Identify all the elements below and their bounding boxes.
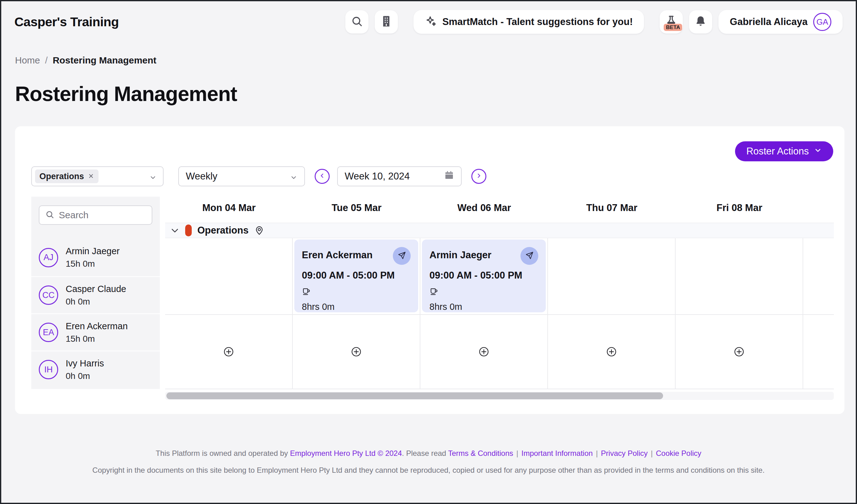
shift-cell-tue: Eren Ackerman 09:00 AM - 05:00 PM xyxy=(293,238,420,314)
roster-actions-button[interactable]: Roster Actions xyxy=(735,141,833,161)
view-mode-select[interactable]: Weekly xyxy=(178,166,305,186)
published-send-badge xyxy=(393,247,411,265)
search-icon xyxy=(45,210,54,221)
filter-toolbar: Operations Weekly xyxy=(31,166,486,186)
shift-row: Eren Ackerman 09:00 AM - 05:00 PM xyxy=(165,238,834,315)
company-switcher-button[interactable] xyxy=(375,10,398,33)
employee-search[interactable] xyxy=(39,205,152,225)
breadcrumb-current: Rostering Management xyxy=(53,55,156,66)
add-shift-cell-wed xyxy=(420,315,548,389)
breadcrumb-separator: / xyxy=(45,55,48,66)
chevron-down-icon xyxy=(814,146,822,157)
user-menu-button[interactable]: Gabriella Alicaya GA xyxy=(719,10,843,34)
add-shift-button[interactable] xyxy=(478,346,490,358)
shift-time: 09:00 AM - 05:00 PM xyxy=(302,270,411,281)
footer-legal-line: This Platform is owned and operated by E… xyxy=(1,449,856,458)
published-send-badge xyxy=(520,247,538,265)
shift-cell-overflow xyxy=(803,238,834,314)
break-coffee-icon xyxy=(430,281,538,297)
day-header-row: Mon 04 Mar Tue 05 Mar Wed 06 Mar Thu 07 … xyxy=(165,197,834,223)
shift-cell-wed: Armin Jaeger 09:00 AM - 05:00 PM xyxy=(420,238,548,314)
chevron-down-icon xyxy=(290,173,298,180)
search-icon xyxy=(351,15,363,29)
shift-employee-name: Armin Jaeger xyxy=(430,247,491,261)
smartmatch-label: SmartMatch - Talent suggestions for you! xyxy=(442,16,633,28)
scrollbar-thumb[interactable] xyxy=(166,393,663,399)
employee-name: Ivy Harris xyxy=(66,358,104,369)
footer-copyright-line: Copyright in the documents on this site … xyxy=(1,466,856,475)
day-header: Fri 08 Mar xyxy=(676,197,803,223)
smartmatch-banner-button[interactable]: SmartMatch - Talent suggestions for you! xyxy=(414,10,644,34)
add-shift-button[interactable] xyxy=(350,346,362,358)
shift-duration: 8hrs 0m xyxy=(430,302,538,312)
avatar: AJ xyxy=(39,248,58,267)
global-search-button[interactable] xyxy=(345,10,368,33)
roster-actions-label: Roster Actions xyxy=(746,146,809,157)
collapse-chevron-icon[interactable] xyxy=(170,226,180,235)
notifications-button[interactable] xyxy=(689,10,712,33)
week-picker-input[interactable]: Week 10, 2024 xyxy=(337,166,461,186)
day-header: Thu 07 Mar xyxy=(548,197,676,223)
employee-row[interactable]: AJ Armin Jaeger 15h 0m xyxy=(31,239,160,276)
previous-week-button[interactable] xyxy=(315,169,330,184)
break-coffee-icon xyxy=(302,281,411,297)
app-window: Casper's Training SmartMatch - Talent su… xyxy=(0,0,857,504)
view-mode-value: Weekly xyxy=(186,171,217,182)
add-shift-button[interactable] xyxy=(733,346,745,358)
group-color-marker xyxy=(185,225,192,237)
week-picker-value: Week 10, 2024 xyxy=(345,171,410,182)
avatar: EA xyxy=(39,323,58,342)
page-title: Rostering Management xyxy=(15,82,237,106)
terms-link[interactable]: Terms & Conditions xyxy=(448,449,513,457)
building-icon xyxy=(380,15,392,29)
shift-duration: 8hrs 0m xyxy=(302,302,411,312)
roster-body: AJ Armin Jaeger 15h 0m CC Casper Claude … xyxy=(31,197,834,400)
top-bar: Casper's Training SmartMatch - Talent su… xyxy=(1,1,856,42)
chip-close-icon[interactable] xyxy=(88,172,94,181)
employee-hours: 15h 0m xyxy=(66,259,119,269)
employee-hours: 15h 0m xyxy=(66,334,128,344)
privacy-policy-link[interactable]: Privacy Policy xyxy=(601,449,648,457)
employee-row[interactable]: IH Ivy Harris 0h 0m xyxy=(31,350,160,388)
location-pin-icon xyxy=(254,225,264,236)
horizontal-scrollbar[interactable] xyxy=(165,392,834,400)
shift-card[interactable]: Armin Jaeger 09:00 AM - 05:00 PM xyxy=(422,240,546,312)
employee-sidebar: AJ Armin Jaeger 15h 0m CC Casper Claude … xyxy=(31,197,160,389)
add-shift-button[interactable] xyxy=(606,346,618,358)
team-filter-chip: Operations xyxy=(35,170,99,183)
team-filter-select[interactable]: Operations xyxy=(31,166,164,186)
shift-time: 09:00 AM - 05:00 PM xyxy=(430,270,538,281)
chevron-right-icon xyxy=(475,172,482,180)
employee-hours: 0h 0m xyxy=(66,297,126,307)
add-shift-cell-tue xyxy=(293,315,420,389)
add-shift-row xyxy=(165,315,834,389)
group-row-operations: Operations xyxy=(165,223,834,238)
user-name: Gabriella Alicaya xyxy=(730,16,808,28)
breadcrumb-home-link[interactable]: Home xyxy=(15,55,40,66)
employee-name: Armin Jaeger xyxy=(66,246,119,256)
add-shift-cell-fri xyxy=(676,315,803,389)
employee-row[interactable]: EA Eren Ackerman 15h 0m xyxy=(31,313,160,350)
breadcrumb: Home / Rostering Management xyxy=(15,55,156,66)
labs-beta-button[interactable]: BETA xyxy=(660,10,683,33)
day-header: Mon 04 Mar xyxy=(165,197,293,223)
employment-hero-link[interactable]: Employment Hero Pty Ltd © 2024 xyxy=(290,449,402,457)
day-header: Wed 06 Mar xyxy=(420,197,548,223)
add-shift-cell-mon xyxy=(165,315,293,389)
avatar: IH xyxy=(39,360,58,379)
avatar: CC xyxy=(39,285,58,305)
shift-card[interactable]: Eren Ackerman 09:00 AM - 05:00 PM xyxy=(294,240,418,312)
roster-grid: Mon 04 Mar Tue 05 Mar Wed 06 Mar Thu 07 … xyxy=(165,197,834,400)
group-name: Operations xyxy=(197,225,249,236)
roster-panel: Roster Actions Operations Weekly xyxy=(15,126,844,414)
next-week-button[interactable] xyxy=(471,169,486,184)
employee-search-input[interactable] xyxy=(59,210,146,221)
org-brand-title: Casper's Training xyxy=(14,15,119,29)
footer-text: This Platform is owned and operated by xyxy=(156,449,290,457)
important-info-link[interactable]: Important Information xyxy=(521,449,593,457)
employee-row[interactable]: CC Casper Claude 0h 0m xyxy=(31,276,160,313)
employee-list: AJ Armin Jaeger 15h 0m CC Casper Claude … xyxy=(31,239,160,388)
shift-employee-name: Eren Ackerman xyxy=(302,247,372,261)
cookie-policy-link[interactable]: Cookie Policy xyxy=(656,449,701,457)
add-shift-button[interactable] xyxy=(223,346,235,358)
